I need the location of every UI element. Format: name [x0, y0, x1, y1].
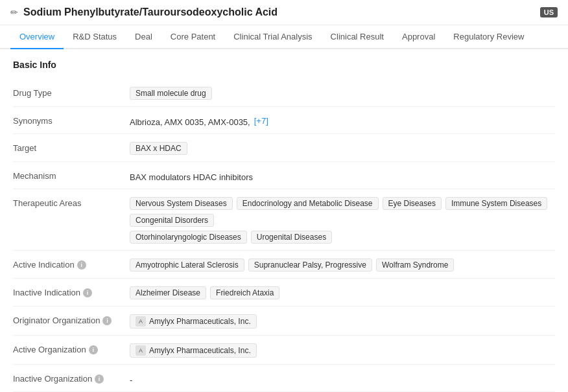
row-mechanism: Mechanism BAX modulators HDAC inhibitors [13, 162, 555, 189]
tag-urogenital: Urogenital Diseases [251, 231, 332, 244]
mechanism-text: BAX modulators HDAC inhibitors [130, 170, 253, 182]
value-synonyms: Albrioza, AMX 0035, AMX-0035, [+7] [130, 113, 555, 127]
active-indication-info-icon[interactable]: i [77, 260, 86, 270]
value-active-org: A Amylyx Pharmaceuticals, Inc. [130, 342, 555, 358]
tag-small-molecule: Small molecule drug [130, 87, 212, 100]
active-org-info-icon[interactable]: i [89, 345, 98, 354]
label-therapeutic-areas: Therapeutic Areas [13, 196, 130, 208]
value-inactive-indication: Alzheimer Disease Friedreich Ataxia [130, 285, 555, 299]
org-icon-active: A [136, 345, 146, 356]
label-inactive-org: Inactive Organization i [13, 371, 130, 384]
label-originator-org: Originator Organization i [13, 313, 130, 325]
label-inactive-indication: Inactive Indication i [13, 285, 130, 297]
tab-clinical-trial-analysis[interactable]: Clinical Trial Analysis [224, 25, 321, 49]
tab-clinical-result[interactable]: Clinical Result [322, 25, 393, 49]
label-synonyms: Synonyms [13, 113, 130, 126]
synonyms-more-link[interactable]: [+7] [254, 116, 268, 126]
tab-rd-status[interactable]: R&D Status [64, 25, 126, 49]
tag-alzheimer: Alzheimer Disease [130, 286, 206, 299]
value-inactive-org: - [130, 371, 555, 385]
synonyms-text: Albrioza, AMX 0035, AMX-0035, [130, 115, 250, 127]
region-badge[interactable]: US [540, 7, 558, 17]
inactive-indication-info-icon[interactable]: i [83, 288, 92, 297]
tag-eye-diseases: Eye Diseases [383, 197, 442, 210]
value-active-indication: Amyotrophic Lateral Sclerosis Supranucle… [130, 257, 555, 271]
value-drug-type: Small molecule drug [130, 86, 555, 100]
tab-overview[interactable]: Overview [10, 25, 64, 49]
label-active-org: Active Organization i [13, 342, 130, 354]
row-active-org: Active Organization i A Amylyx Pharmaceu… [13, 336, 555, 365]
label-active-indication: Active Indication i [13, 257, 130, 270]
tab-approval[interactable]: Approval [393, 25, 444, 49]
tag-target-bax-hdac: BAX x HDAC [130, 142, 187, 155]
originator-org-info-icon[interactable]: i [102, 316, 112, 325]
section-basic-info-title: Basic Info [13, 60, 555, 70]
row-therapeutic-areas: Therapeutic Areas Nervous System Disease… [13, 189, 555, 251]
tag-immune-system: Immune System Diseases [445, 197, 547, 210]
inactive-org-info-icon[interactable]: i [95, 375, 104, 384]
row-active-indication: Active Indication i Amyotrophic Lateral … [13, 251, 555, 279]
nav-tabs: Overview R&D Status Deal Core Patent Cli… [0, 25, 568, 49]
value-mechanism: BAX modulators HDAC inhibitors [130, 168, 555, 182]
tab-deal[interactable]: Deal [126, 25, 161, 49]
row-drug-type: Drug Type Small molecule drug [13, 79, 555, 107]
inactive-org-text: - [130, 373, 132, 385]
main-content: Basic Info Drug Type Small molecule drug… [0, 49, 568, 392]
row-inactive-indication: Inactive Indication i Alzheimer Disease … [13, 279, 555, 306]
tag-originator-amylyx: A Amylyx Pharmaceuticals, Inc. [130, 314, 257, 329]
org-icon-originator: A [136, 316, 146, 327]
tag-congenital: Congenital Disorders [130, 214, 214, 227]
tag-supranuclear-palsy: Supranuclear Palsy, Progressive [248, 259, 372, 271]
label-drug-type: Drug Type [13, 86, 130, 98]
row-synonyms: Synonyms Albrioza, AMX 0035, AMX-0035, [… [13, 107, 555, 134]
tab-regulatory-review[interactable]: Regulatory Review [444, 25, 533, 49]
label-target: Target [13, 141, 130, 153]
tag-als: Amyotrophic Lateral Sclerosis [130, 259, 244, 271]
edit-icon[interactable]: ✏ [10, 7, 18, 17]
tag-otorhinolaryngologic: Otorhinolaryngologic Diseases [130, 231, 247, 244]
row-inactive-org: Inactive Organization i - [13, 365, 555, 392]
row-originator-org: Originator Organization i A Amylyx Pharm… [13, 306, 555, 336]
value-originator-org: A Amylyx Pharmaceuticals, Inc. [130, 313, 555, 329]
page-header: ✏ Sodium Phenylbutyrate/Tauroursodeoxych… [0, 0, 568, 25]
label-mechanism: Mechanism [13, 168, 130, 181]
header-left: ✏ Sodium Phenylbutyrate/Tauroursodeoxych… [10, 6, 278, 18]
drug-title: Sodium Phenylbutyrate/Tauroursodeoxychol… [23, 6, 278, 18]
tag-endocrinology: Endocrinology and Metabolic Disease [237, 197, 379, 210]
tag-nervous-system: Nervous System Diseases [130, 197, 233, 210]
value-target: BAX x HDAC [130, 141, 555, 155]
tag-wolfram: Wolfram Syndrome [376, 259, 454, 271]
tag-active-amylyx: A Amylyx Pharmaceuticals, Inc. [130, 343, 257, 358]
row-target: Target BAX x HDAC [13, 134, 555, 162]
tag-friedreich: Friedreich Ataxia [210, 286, 279, 299]
tab-core-patent[interactable]: Core Patent [161, 25, 224, 49]
value-therapeutic-areas: Nervous System Diseases Endocrinology an… [130, 196, 555, 244]
